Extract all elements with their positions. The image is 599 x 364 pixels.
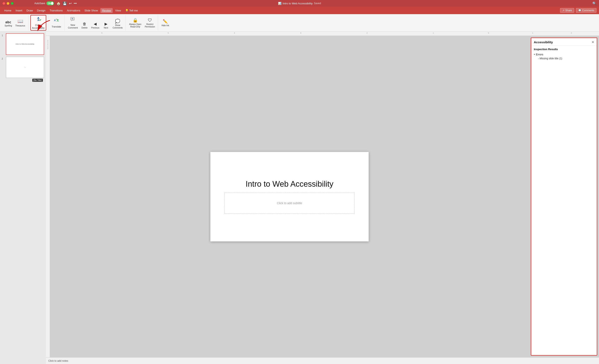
horizontal-ruler: 6 5 4 3 2 1 0 1 2 xyxy=(46,32,599,36)
comments-label: Comments xyxy=(582,9,594,12)
saved-status: Saved xyxy=(314,2,321,5)
search-icon[interactable]: 🔍 xyxy=(592,1,597,5)
new-comment-button[interactable]: + NewComment xyxy=(67,16,79,30)
ruler-label-4: 4 xyxy=(234,32,235,34)
always-open-label: Always OpenRead-Only xyxy=(129,23,141,28)
spelling-label: Spelling xyxy=(5,25,12,27)
svg-text:文: 文 xyxy=(56,19,59,22)
ribbon: abc Spelling 📖 Thesaurus CheckAccessibil… xyxy=(0,14,599,32)
undo-icon[interactable]: ↩ xyxy=(69,1,72,5)
maximize-button[interactable] xyxy=(11,2,14,5)
always-open-read-only-button[interactable]: 🔒 Always OpenRead-Only xyxy=(128,17,143,29)
comments-button[interactable]: 💬 Comments xyxy=(576,8,597,13)
restrict-permission-button[interactable]: 🛡 RestrictPermission xyxy=(143,17,156,29)
save-icon[interactable]: 💾 xyxy=(63,1,67,5)
slide1-title: Intro to Web Accessibility xyxy=(16,43,34,45)
next-icon: ▶ xyxy=(105,22,107,26)
autosave-toggle[interactable]: ON xyxy=(46,1,54,5)
error-item-label: Missing slide title (1) xyxy=(540,57,562,60)
next-label: Next xyxy=(104,27,108,29)
error-group: Errors Missing slide title (1) xyxy=(534,52,594,61)
notes-bar[interactable]: Click to add notes xyxy=(46,357,599,364)
share-button[interactable]: ↗ Share xyxy=(560,8,574,13)
menu-insert[interactable]: Insert xyxy=(14,8,24,13)
hide-ink-icon: ✏️ xyxy=(163,19,168,24)
svg-point-0 xyxy=(38,17,39,18)
error-item-chevron xyxy=(538,57,539,60)
errors-header[interactable]: Errors xyxy=(534,52,594,56)
check-accessibility-button[interactable]: CheckAccessibility xyxy=(30,15,46,31)
menubar-right: ↗ Share 💬 Comments xyxy=(560,8,597,13)
spelling-button[interactable]: abc Spelling xyxy=(3,19,13,28)
ruler-label-5: 5 xyxy=(168,32,168,34)
autosave-label: AutoSave xyxy=(34,2,45,5)
close-button[interactable] xyxy=(2,2,5,5)
inspection-results-label: Inspection Results xyxy=(534,48,594,51)
slide-canvas-area[interactable]: Intro to Web Accessibility Click to add … xyxy=(50,36,529,357)
menu-slideshow[interactable]: Slide Show xyxy=(83,8,100,13)
previous-label: Previous xyxy=(91,27,99,29)
error-item-missing-title[interactable]: Missing slide title (1) xyxy=(534,56,594,61)
ribbon-group-proofing: abc Spelling 📖 Thesaurus xyxy=(2,15,28,31)
thesaurus-icon: 📖 xyxy=(18,18,23,24)
translate-button[interactable]: A 文 Translate xyxy=(50,17,63,29)
previous-button[interactable]: ◀ Previous xyxy=(90,21,101,30)
show-comments-button[interactable]: 💭 ShowComments xyxy=(111,18,124,30)
accessibility-panel-header: Accessibility ✕ xyxy=(531,38,597,46)
thesaurus-button[interactable]: 📖 Thesaurus xyxy=(14,18,26,28)
slide-preview-1[interactable]: Intro to Web Accessibility xyxy=(6,33,44,55)
ruler-label-2r: 2 xyxy=(571,32,572,34)
menu-view[interactable]: View xyxy=(114,8,123,13)
ruler-label-0: 0 xyxy=(488,32,489,34)
slide2-cursor: ↖ xyxy=(24,66,26,68)
restrict-icon: 🛡 xyxy=(148,18,152,23)
autosave-knob xyxy=(51,2,53,5)
slide-subtitle-placeholder: Click to add subtitle xyxy=(277,201,302,205)
slide-panel[interactable]: 1 Intro to Web Accessibility 2 ↖ [No Tit… xyxy=(0,32,46,364)
svg-text:A: A xyxy=(54,19,56,22)
spelling-icon: abc xyxy=(5,20,11,24)
file-icon: 📊 xyxy=(278,2,281,5)
errors-label: Errors xyxy=(536,53,543,56)
titlebar-right: 🔍 xyxy=(592,1,597,5)
menu-home[interactable]: Home xyxy=(2,8,13,13)
ribbon-group-comments: + NewComment 🗑 Delete ◀ Previous ▶ Next … xyxy=(65,15,126,31)
svg-text:+: + xyxy=(72,17,73,20)
delete-button[interactable]: 🗑 Delete xyxy=(80,21,89,30)
titlebar-center: 📊 Intro to Web Accessibility Saved xyxy=(278,2,321,5)
menu-draw[interactable]: Draw xyxy=(25,8,34,13)
document-title: Intro to Web Accessibility xyxy=(283,2,313,5)
menu-tellme[interactable]: 💡 Tell me xyxy=(123,8,140,13)
accessibility-panel-close[interactable]: ✕ xyxy=(591,40,594,44)
comments-buttons: + NewComment 🗑 Delete ◀ Previous ▶ Next … xyxy=(67,16,124,30)
ruler-marks-h: 6 5 4 3 2 1 0 1 2 xyxy=(47,32,599,35)
slide-subtitle-box[interactable]: Click to add subtitle xyxy=(225,193,354,214)
menu-animations[interactable]: Animations xyxy=(65,8,82,13)
ribbon-group-ink: ✏️ Hide Ink xyxy=(159,15,172,31)
protect-buttons: 🔒 Always OpenRead-Only 🛡 RestrictPermiss… xyxy=(128,17,156,29)
slide-main-title[interactable]: Intro to Web Accessibility xyxy=(246,180,334,189)
notes-placeholder: Click to add notes xyxy=(48,359,68,362)
autosave-area: AutoSave ON xyxy=(34,1,54,5)
translate-icon: A 文 xyxy=(53,17,59,25)
menu-design[interactable]: Design xyxy=(35,8,47,13)
home-icon[interactable]: 🏠 xyxy=(56,1,61,5)
hide-ink-button[interactable]: ✏️ Hide Ink xyxy=(160,18,170,28)
show-comments-label: ShowComments xyxy=(113,24,123,29)
slide-thumb-2[interactable]: 2 ↖ [No Title] xyxy=(2,57,44,78)
slide-num-2: 2 xyxy=(2,57,5,60)
menu-review[interactable]: Review xyxy=(100,8,113,13)
menu-transitions[interactable]: Transitions xyxy=(48,8,64,13)
slide-canvas[interactable]: Intro to Web Accessibility Click to add … xyxy=(210,152,369,242)
share-icon: ↗ xyxy=(562,9,564,12)
next-button[interactable]: ▶ Next xyxy=(101,21,111,30)
minimize-button[interactable] xyxy=(7,2,9,5)
new-comment-label: NewComment xyxy=(68,24,78,29)
slide-preview-2[interactable]: ↖ [No Title] xyxy=(6,57,44,78)
hide-ink-label: Hide Ink xyxy=(161,24,169,27)
more-icon[interactable]: ••• xyxy=(74,2,77,5)
slide-thumb-1[interactable]: 1 Intro to Web Accessibility xyxy=(2,33,44,55)
app-body: 1 Intro to Web Accessibility 2 ↖ [No Tit… xyxy=(0,32,599,364)
delete-label: Delete xyxy=(81,27,88,29)
ribbon-group-accessibility: CheckAccessibility xyxy=(29,15,48,31)
